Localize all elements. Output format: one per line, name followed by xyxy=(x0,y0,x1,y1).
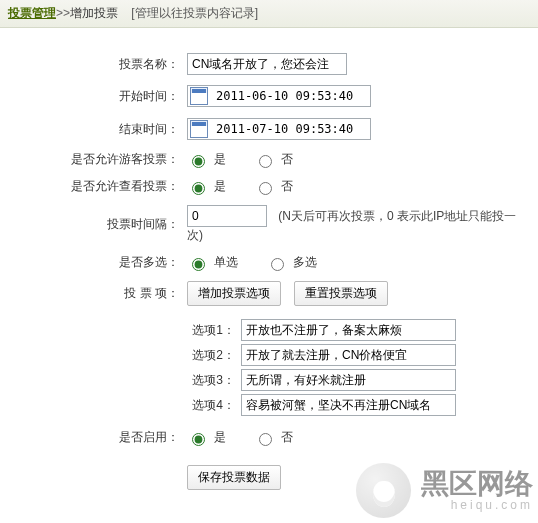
calendar-icon[interactable] xyxy=(190,120,208,138)
label-name: 投票名称： xyxy=(10,48,183,80)
option-row: 选项4： xyxy=(187,394,524,416)
option-input-3[interactable] xyxy=(241,369,456,391)
input-end-time[interactable] xyxy=(212,120,370,138)
option-label: 选项2： xyxy=(187,347,235,364)
option-input-4[interactable] xyxy=(241,394,456,416)
option-row: 选项1： xyxy=(187,319,524,341)
radio-guest-no[interactable]: 否 xyxy=(254,151,293,168)
option-input-1[interactable] xyxy=(241,319,456,341)
radio-enable-no[interactable]: 否 xyxy=(254,429,293,446)
reset-option-button[interactable]: 重置投票选项 xyxy=(294,281,388,306)
radio-view-no[interactable]: 否 xyxy=(254,178,293,195)
label-enable: 是否启用： xyxy=(10,424,183,451)
form-area: 投票名称： 开始时间： 结束时间： 是否允许游客投票： 是 否 xyxy=(0,28,538,505)
label-multi: 是否多选： xyxy=(10,249,183,276)
option-row: 选项2： xyxy=(187,344,524,366)
save-button[interactable]: 保存投票数据 xyxy=(187,465,281,490)
label-interval: 投票时间隔： xyxy=(10,200,183,249)
input-start-time[interactable] xyxy=(212,87,370,105)
start-datepicker[interactable] xyxy=(187,85,371,107)
radio-enable-yes[interactable]: 是 xyxy=(187,429,226,446)
option-row: 选项3： xyxy=(187,369,524,391)
option-label: 选项4： xyxy=(187,397,235,414)
label-items: 投 票 项： xyxy=(10,276,183,311)
label-view: 是否允许查看投票： xyxy=(10,173,183,200)
radio-guest-yes[interactable]: 是 xyxy=(187,151,226,168)
radio-single[interactable]: 单选 xyxy=(187,254,238,271)
label-start: 开始时间： xyxy=(10,80,183,113)
option-label: 选项3： xyxy=(187,372,235,389)
option-input-2[interactable] xyxy=(241,344,456,366)
end-datepicker[interactable] xyxy=(187,118,371,140)
crumb-add-vote: 增加投票 xyxy=(70,6,118,20)
calendar-icon[interactable] xyxy=(190,87,208,105)
radio-multi[interactable]: 多选 xyxy=(266,254,317,271)
label-end: 结束时间： xyxy=(10,113,183,146)
crumb-vote-manage[interactable]: 投票管理 xyxy=(8,6,56,20)
options-list: 选项1：选项2：选项3：选项4： xyxy=(183,311,528,424)
input-interval[interactable] xyxy=(187,205,267,227)
input-vote-name[interactable] xyxy=(187,53,347,75)
add-option-button[interactable]: 增加投票选项 xyxy=(187,281,281,306)
label-guest: 是否允许游客投票： xyxy=(10,146,183,173)
breadcrumb: 投票管理>>增加投票 [管理以往投票内容记录] xyxy=(0,0,538,28)
radio-view-yes[interactable]: 是 xyxy=(187,178,226,195)
crumb-sep: >> xyxy=(56,6,70,20)
option-label: 选项1： xyxy=(187,322,235,339)
history-link[interactable]: [管理以往投票内容记录] xyxy=(131,6,258,20)
